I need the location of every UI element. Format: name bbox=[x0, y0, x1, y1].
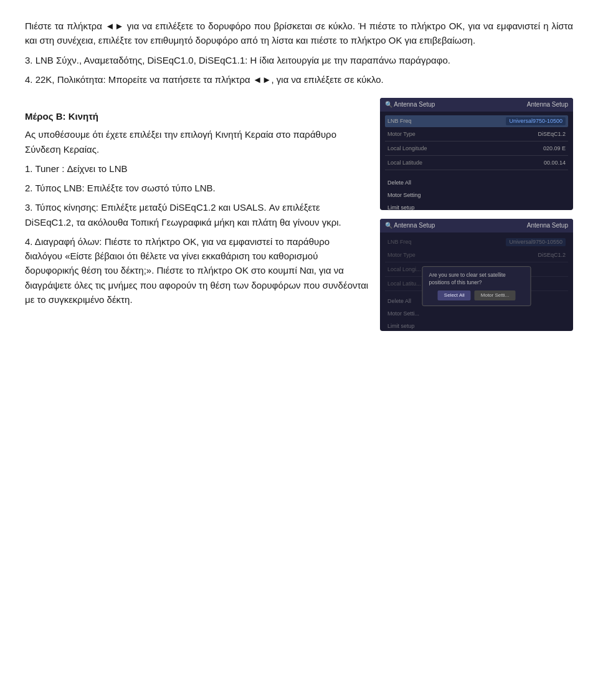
item-1-text: Tuner : Δείχνει το LNB bbox=[35, 163, 127, 174]
screen-2-label-longitude: Local Longi... bbox=[387, 266, 421, 274]
intro-paragraphs: Πιέστε τα πλήκτρα ◄► για να επιλέξετε το… bbox=[25, 19, 573, 87]
screen-2-btn-motorsetting: Motor Setti... bbox=[387, 309, 568, 320]
right-column: 🔍 Antenna Setup Antenna Setup LNB Freq U… bbox=[380, 98, 573, 331]
screen-2-row-lnbfreq: LNB Freq Universal9750-10550 bbox=[385, 236, 568, 249]
item-2-text: Τύπος LNB: Επιλέξτε τον σωστό τύπο LNB. bbox=[35, 183, 215, 193]
item-4-text: Διαγραφή όλων: Πιέστε το πλήκτρο ΟΚ, για… bbox=[25, 236, 368, 305]
screen-2-title-left: 🔍 Antenna Setup bbox=[385, 221, 435, 231]
screen-2: 🔍 Antenna Setup Antenna Setup LNB Freq U… bbox=[380, 219, 573, 331]
screen-2-row-motortype: Motor Type DiSEqC1.2 bbox=[385, 249, 568, 262]
item-4-num: 4. bbox=[25, 236, 33, 247]
screen-2-title-right: Antenna Setup bbox=[527, 221, 568, 231]
screen-2-dialog: Are you sure to clear set satellite posi… bbox=[422, 266, 531, 306]
page: Πιέστε τα πλήκτρα ◄► για να επιλέξετε το… bbox=[0, 0, 598, 700]
screen-1-row-longitude: Local Longitude 020.09 E bbox=[385, 143, 568, 156]
screen-1-row-latitude: Local Latitude 00.00.14 bbox=[385, 157, 568, 170]
screen-2-btn-limitsetup: Limit setup bbox=[387, 321, 568, 331]
item-2: 2. Τύπος LNB: Επιλέξτε τον σωστό τύπο LN… bbox=[25, 181, 369, 195]
screen-2-label-motortype: Motor Type bbox=[387, 251, 415, 260]
section-b-title: Μέρος Β: Κινητή bbox=[25, 109, 369, 123]
item-3-text: Τύπος κίνησης: Επιλέξτε μεταξύ DiSEqC1.2… bbox=[25, 202, 341, 227]
screen-2-value-motortype: DiSEqC1.2 bbox=[538, 251, 566, 260]
screen-1-value-latitude: 00.00.14 bbox=[544, 159, 566, 168]
screen-1-label-longitude: Local Longitude bbox=[387, 145, 427, 153]
screen-1-header: 🔍 Antenna Setup Antenna Setup bbox=[380, 98, 573, 112]
screen-2-body: LNB Freq Universal9750-10550 Motor Type … bbox=[380, 233, 573, 332]
screen-2-value-lnbfreq: Universal9750-10550 bbox=[506, 238, 566, 247]
screen-2-label-latitude: Local Latitu... bbox=[387, 280, 421, 289]
screen-2-rows: LNB Freq Universal9750-10550 Motor Type … bbox=[380, 233, 573, 332]
item-3-num: 3. bbox=[25, 202, 33, 213]
screen-1-label-lnbfreq: LNB Freq bbox=[387, 117, 412, 126]
two-column-section: Μέρος Β: Κινητή Ας υποθέσουμε ότι έχετε … bbox=[25, 98, 573, 331]
paragraph-3: 4. 22K, Πολικότητα: Μπορείτε να πατήσετε… bbox=[25, 72, 573, 87]
screen-1-value-lnbfreq: Universal9750-10500 bbox=[506, 117, 566, 126]
screen-2-dialog-buttons: Select All Motor Setti... bbox=[429, 290, 524, 300]
paragraph-2: 3. LNB Σύχν., Αναμεταδότης, DiSEqC1.0, D… bbox=[25, 53, 573, 67]
screen-1-label-motortype: Motor Type bbox=[387, 130, 415, 139]
screen-1-spacer bbox=[385, 171, 568, 176]
item-2-num: 2. bbox=[25, 183, 33, 193]
screen-1-value-longitude: 020.09 E bbox=[543, 145, 566, 153]
screen-1: 🔍 Antenna Setup Antenna Setup LNB Freq U… bbox=[380, 98, 573, 210]
section-b-intro: Ας υποθέσουμε ότι έχετε επιλέξει την επι… bbox=[25, 127, 369, 156]
screen-1-rows: LNB Freq Universal9750-10500 Motor Type … bbox=[380, 112, 573, 211]
screen-2-header: 🔍 Antenna Setup Antenna Setup bbox=[380, 219, 573, 233]
screen-2-dialog-no-btn[interactable]: Motor Setti... bbox=[475, 290, 515, 300]
screen-1-label-latitude: Local Latitude bbox=[387, 159, 422, 168]
screen-1-btn-limitsetup: Limit setup bbox=[387, 203, 568, 210]
screen-1-body: LNB Freq Universal9750-10500 Motor Type … bbox=[380, 112, 573, 211]
screen-1-value-motortype: DiSEqC1.2 bbox=[538, 130, 566, 139]
screen-2-label-lnbfreq: LNB Freq bbox=[387, 238, 412, 247]
screen-1-btn-motorsetting: Motor Setting bbox=[387, 190, 568, 201]
paragraph-1: Πιέστε τα πλήκτρα ◄► για να επιλέξετε το… bbox=[25, 19, 573, 48]
screen-2-dialog-yes-btn[interactable]: Select All bbox=[438, 290, 471, 300]
screen-1-title-left: 🔍 Antenna Setup bbox=[385, 100, 435, 110]
screen-1-title-right: Antenna Setup bbox=[527, 100, 568, 110]
screen-1-row-motortype: Motor Type DiSEqC1.2 bbox=[385, 128, 568, 141]
screen-2-dialog-text: Are you sure to clear set satellite posi… bbox=[429, 272, 524, 287]
screen-1-buttons: Delete All Motor Setting Limit setup bbox=[385, 178, 568, 210]
left-column: Μέρος Β: Κινητή Ας υποθέσουμε ότι έχετε … bbox=[25, 98, 369, 331]
screen-1-row-lnbfreq: LNB Freq Universal9750-10500 bbox=[385, 115, 568, 128]
item-4: 4. Διαγραφή όλων: Πιέστε το πλήκτρο ΟΚ, … bbox=[25, 234, 369, 307]
item-1: 1. Tuner : Δείχνει το LNB bbox=[25, 161, 369, 176]
item-3: 3. Τύπος κίνησης: Επιλέξτε μεταξύ DiSEqC… bbox=[25, 200, 369, 229]
screen-1-btn-deleteall: Delete All bbox=[387, 178, 568, 189]
item-1-num: 1. bbox=[25, 163, 33, 174]
